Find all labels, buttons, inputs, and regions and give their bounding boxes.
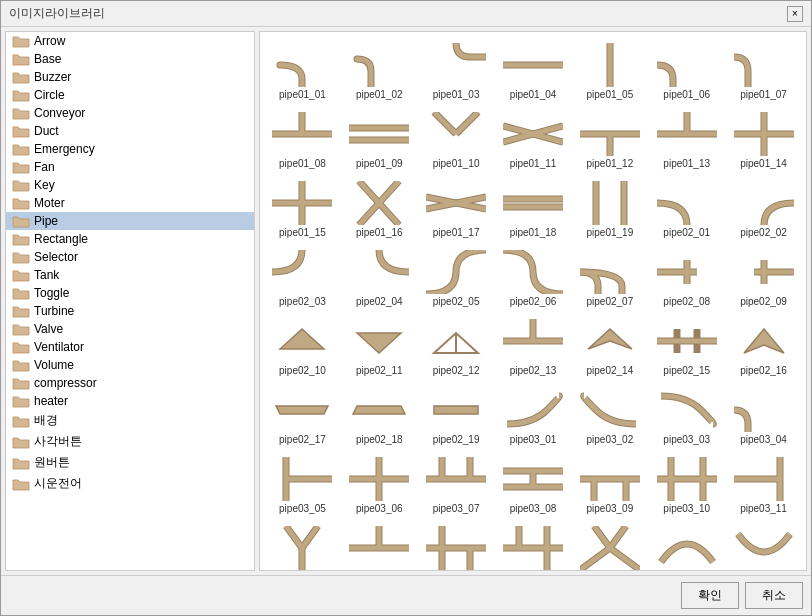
sidebar-item-circle[interactable]: Circle bbox=[6, 86, 254, 104]
grid-item-pipe02_03[interactable]: pipe02_03 bbox=[266, 245, 339, 310]
grid-item-pipe02_16[interactable]: pipe02_16 bbox=[727, 314, 800, 379]
sidebar-item-배경[interactable]: 배경 bbox=[6, 410, 254, 431]
grid-item-pipe02_19[interactable]: pipe02_19 bbox=[420, 383, 493, 448]
svg-marker-71 bbox=[276, 406, 328, 414]
folder-icon bbox=[12, 232, 30, 246]
grid-item-pipe01_12[interactable]: pipe01_12 bbox=[573, 107, 646, 172]
grid-item-pipe01_07[interactable]: pipe01_07 bbox=[727, 38, 800, 103]
sidebar-item-원버튼[interactable]: 원버튼 bbox=[6, 452, 254, 473]
sidebar-item-arrow[interactable]: Arrow bbox=[6, 32, 254, 50]
grid-item-label: pipe02_13 bbox=[510, 365, 557, 376]
grid-item-label: pipe01_04 bbox=[510, 89, 557, 100]
grid-item-pipe01_11[interactable]: pipe01_11 bbox=[497, 107, 570, 172]
grid-item-pipe01_02[interactable]: pipe01_02 bbox=[343, 38, 416, 103]
sidebar-item-ventilator[interactable]: Ventilator bbox=[6, 338, 254, 356]
grid-item-pipe02_07[interactable]: pipe02_07 bbox=[573, 245, 646, 310]
grid-item-pipe03_03[interactable]: pipe03_03 bbox=[650, 383, 723, 448]
grid-item-pipe03_18[interactable]: pipe03_18 bbox=[727, 521, 800, 571]
grid-item-pipe03_14[interactable]: pipe03_14 bbox=[420, 521, 493, 571]
confirm-button[interactable]: 확인 bbox=[681, 582, 739, 609]
cancel-button[interactable]: 취소 bbox=[745, 582, 803, 609]
grid-item-pipe01_10[interactable]: pipe01_10 bbox=[420, 107, 493, 172]
sidebar-item-toggle[interactable]: Toggle bbox=[6, 284, 254, 302]
grid-item-pipe01_08[interactable]: pipe01_08 bbox=[266, 107, 339, 172]
sidebar-item-label: Valve bbox=[34, 322, 63, 336]
grid-item-pipe01_03[interactable]: pipe01_03 bbox=[420, 38, 493, 103]
grid-item-pipe02_01[interactable]: pipe02_01 bbox=[650, 176, 723, 241]
close-button[interactable]: × bbox=[787, 6, 803, 22]
grid-item-pipe03_09[interactable]: pipe03_09 bbox=[573, 452, 646, 517]
grid-item-pipe01_13[interactable]: pipe01_13 bbox=[650, 107, 723, 172]
grid-item-pipe03_07[interactable]: pipe03_07 bbox=[420, 452, 493, 517]
grid-item-label: pipe03_09 bbox=[586, 503, 633, 514]
grid-area: pipe01_01 pipe01_02 pipe01_03 pipe01_04 … bbox=[259, 31, 807, 571]
grid-item-pipe01_18[interactable]: pipe01_18 bbox=[497, 176, 570, 241]
grid-item-pipe02_02[interactable]: pipe02_02 bbox=[727, 176, 800, 241]
grid-item-pipe01_15[interactable]: pipe01_15 bbox=[266, 176, 339, 241]
sidebar-item-시운전어[interactable]: 시운전어 bbox=[6, 473, 254, 494]
pipe-icon-pipe03_18 bbox=[734, 526, 794, 570]
grid-item-pipe03_08[interactable]: pipe03_08 bbox=[497, 452, 570, 517]
grid-item-pipe02_18[interactable]: pipe02_18 bbox=[343, 383, 416, 448]
grid-item-pipe03_04[interactable]: pipe03_04 bbox=[727, 383, 800, 448]
sidebar-item-emergency[interactable]: Emergency bbox=[6, 140, 254, 158]
sidebar-item-key[interactable]: Key bbox=[6, 176, 254, 194]
grid-item-pipe02_13[interactable]: pipe02_13 bbox=[497, 314, 570, 379]
grid-item-pipe02_08[interactable]: pipe02_08 bbox=[650, 245, 723, 310]
grid-item-pipe03_11[interactable]: pipe03_11 bbox=[727, 452, 800, 517]
grid-item-pipe03_12[interactable]: pipe03_12 bbox=[266, 521, 339, 571]
grid-item-pipe03_06[interactable]: pipe03_06 bbox=[343, 452, 416, 517]
grid-item-label: pipe01_12 bbox=[586, 158, 633, 169]
grid-item-pipe03_05[interactable]: pipe03_05 bbox=[266, 452, 339, 517]
grid-item-pipe02_05[interactable]: pipe02_05 bbox=[420, 245, 493, 310]
grid-item-pipe01_19[interactable]: pipe01_19 bbox=[573, 176, 646, 241]
folder-icon bbox=[12, 142, 30, 156]
grid-item-pipe02_04[interactable]: pipe02_04 bbox=[343, 245, 416, 310]
grid-item-pipe03_15[interactable]: pipe03_15 bbox=[497, 521, 570, 571]
sidebar-item-tank[interactable]: Tank bbox=[6, 266, 254, 284]
grid-item-pipe03_13[interactable]: pipe03_13 bbox=[343, 521, 416, 571]
grid-item-pipe01_17[interactable]: pipe01_17 bbox=[420, 176, 493, 241]
grid-item-pipe01_16[interactable]: pipe01_16 bbox=[343, 176, 416, 241]
svg-line-137 bbox=[610, 526, 626, 548]
grid-item-pipe02_10[interactable]: pipe02_10 bbox=[266, 314, 339, 379]
pipe-icon-pipe03_09 bbox=[580, 457, 640, 501]
sidebar-item-사각버튼[interactable]: 사각버튼 bbox=[6, 431, 254, 452]
sidebar-item-volume[interactable]: Volume bbox=[6, 356, 254, 374]
sidebar-item-fan[interactable]: Fan bbox=[6, 158, 254, 176]
grid-item-pipe03_02[interactable]: pipe03_02 bbox=[573, 383, 646, 448]
grid-item-pipe01_09[interactable]: pipe01_09 bbox=[343, 107, 416, 172]
sidebar-item-turbine[interactable]: Turbine bbox=[6, 302, 254, 320]
sidebar-item-label: 사각버튼 bbox=[34, 433, 82, 450]
sidebar-item-valve[interactable]: Valve bbox=[6, 320, 254, 338]
grid-item-pipe02_11[interactable]: pipe02_11 bbox=[343, 314, 416, 379]
grid-item-pipe02_09[interactable]: pipe02_09 bbox=[727, 245, 800, 310]
grid-item-pipe03_16[interactable]: pipe03_16 bbox=[573, 521, 646, 571]
sidebar-item-duct[interactable]: Duct bbox=[6, 122, 254, 140]
grid-item-pipe01_06[interactable]: pipe01_06 bbox=[650, 38, 723, 103]
grid-item-pipe02_17[interactable]: pipe02_17 bbox=[266, 383, 339, 448]
sidebar-item-pipe[interactable]: Pipe bbox=[6, 212, 254, 230]
sidebar-item-selector[interactable]: Selector bbox=[6, 248, 254, 266]
sidebar-item-label: 원버튼 bbox=[34, 454, 70, 471]
grid-item-pipe03_01[interactable]: pipe03_01 bbox=[497, 383, 570, 448]
grid-item-pipe02_15[interactable]: pipe02_15 bbox=[650, 314, 723, 379]
sidebar-item-heater[interactable]: heater bbox=[6, 392, 254, 410]
grid-item-pipe03_10[interactable]: pipe03_10 bbox=[650, 452, 723, 517]
sidebar-item-moter[interactable]: Moter bbox=[6, 194, 254, 212]
sidebar-item-buzzer[interactable]: Buzzer bbox=[6, 68, 254, 86]
grid-item-pipe01_01[interactable]: pipe01_01 bbox=[266, 38, 339, 103]
grid-item-pipe02_06[interactable]: pipe02_06 bbox=[497, 245, 570, 310]
grid-item-pipe01_04[interactable]: pipe01_04 bbox=[497, 38, 570, 103]
sidebar-item-base[interactable]: Base bbox=[6, 50, 254, 68]
grid-item-pipe01_05[interactable]: pipe01_05 bbox=[573, 38, 646, 103]
grid-item-pipe02_14[interactable]: pipe02_14 bbox=[573, 314, 646, 379]
grid-item-pipe03_17[interactable]: pipe03_17 bbox=[650, 521, 723, 571]
grid-item-pipe02_12[interactable]: pipe02_12 bbox=[420, 314, 493, 379]
sidebar-item-conveyor[interactable]: Conveyor bbox=[6, 104, 254, 122]
grid-item-pipe01_14[interactable]: pipe01_14 bbox=[727, 107, 800, 172]
grid-item-label: pipe01_08 bbox=[279, 158, 326, 169]
sidebar-item-compressor[interactable]: compressor bbox=[6, 374, 254, 392]
sidebar-item-rectangle[interactable]: Rectangle bbox=[6, 230, 254, 248]
pipe-icon-pipe01_11 bbox=[503, 112, 563, 156]
